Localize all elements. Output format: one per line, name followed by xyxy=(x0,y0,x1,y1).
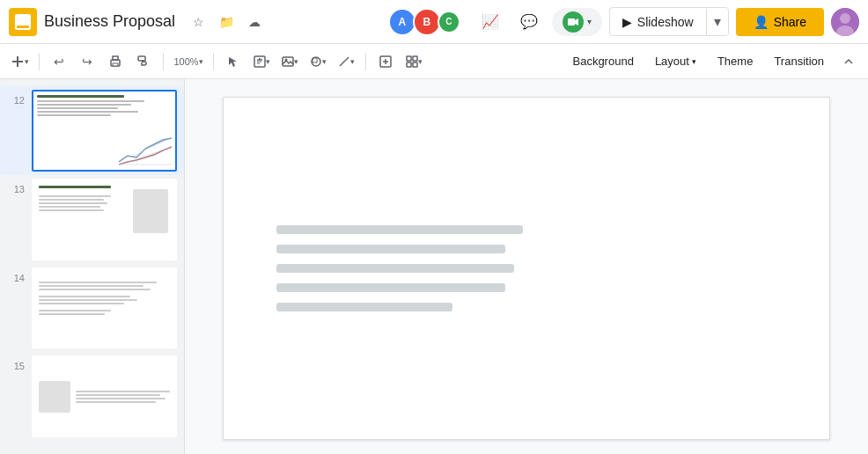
text-tool-button[interactable]: ▾ xyxy=(249,49,274,74)
slide-item-14[interactable]: 14 xyxy=(0,264,184,353)
theme-button[interactable]: Theme xyxy=(709,51,761,71)
slide-options: Background Layout ▾ Theme Transition xyxy=(563,51,833,71)
layout-view-button[interactable]: ▾ xyxy=(401,49,426,74)
insert-slide-button[interactable] xyxy=(373,49,398,74)
image-icon xyxy=(282,55,294,68)
user-avatar[interactable] xyxy=(831,8,859,36)
slide-thumb-15[interactable] xyxy=(32,355,177,437)
meet-chevron: ▾ xyxy=(587,17,592,26)
image-tool-button[interactable]: ▾ xyxy=(277,49,302,74)
print-button[interactable] xyxy=(103,49,128,74)
toolbar-sep-2 xyxy=(163,53,164,70)
share-button[interactable]: 👤 Share xyxy=(736,8,824,36)
app-icon-inner xyxy=(15,14,31,30)
trend-button[interactable]: 📈 xyxy=(474,6,506,38)
slide-item-13[interactable]: 13 xyxy=(0,175,184,264)
avatar-3[interactable]: C xyxy=(438,11,460,33)
svg-rect-29 xyxy=(413,62,417,67)
thumb-box-13 xyxy=(133,189,168,233)
thumb-content-15 xyxy=(33,357,175,436)
chevron-up-icon xyxy=(842,55,855,68)
main-layout: 12 xyxy=(0,79,868,454)
thumb-chart-12: _ _ _ xyxy=(119,131,172,166)
svg-marker-1 xyxy=(575,18,578,26)
video-icon xyxy=(567,16,579,28)
svg-rect-0 xyxy=(568,18,575,26)
layout-button[interactable]: Layout ▾ xyxy=(646,51,705,71)
text-chevron-icon: ▾ xyxy=(266,57,270,66)
grid-icon xyxy=(406,55,418,68)
paint-format-button[interactable] xyxy=(131,49,156,74)
slideshow-dropdown-button[interactable]: ▾ xyxy=(707,8,728,35)
canvas-area[interactable] xyxy=(185,79,868,454)
svg-rect-6 xyxy=(12,61,23,62)
slide-item-12[interactable]: 12 xyxy=(0,86,184,175)
svg-rect-28 xyxy=(407,62,411,67)
slide-item-15[interactable]: 15 xyxy=(0,352,184,441)
toolbar-sep-3 xyxy=(213,53,214,70)
shape-tool-button[interactable]: ▾ xyxy=(305,49,330,74)
line-icon xyxy=(338,55,350,68)
svg-point-3 xyxy=(840,13,850,24)
canvas-line-5 xyxy=(276,303,452,311)
svg-rect-8 xyxy=(113,56,118,60)
slide-thumb-14[interactable] xyxy=(32,267,177,349)
header: Business Proposal ☆ 📁 ☁ A B C 📈 💬 ▾ ▶ Sl… xyxy=(0,0,868,44)
cursor-tool-button[interactable] xyxy=(221,49,246,74)
print-icon xyxy=(109,55,121,68)
slideshow-button[interactable]: ▶ Slideshow xyxy=(610,10,706,34)
comment-button[interactable]: 💬 xyxy=(513,6,545,38)
insert-slide-icon xyxy=(379,55,392,68)
transition-button[interactable]: Transition xyxy=(765,51,833,71)
toolbar-sep-4 xyxy=(365,53,366,70)
star-icon[interactable]: ☆ xyxy=(186,10,210,34)
background-button[interactable]: Background xyxy=(563,51,642,71)
doc-title[interactable]: Business Proposal xyxy=(44,12,175,31)
canvas-line-4 xyxy=(276,283,505,292)
slide-number-12: 12 xyxy=(7,90,25,106)
zoom-button[interactable]: 100% ▾ xyxy=(171,49,206,74)
image-chevron-icon: ▾ xyxy=(294,57,298,66)
canvas-line-1 xyxy=(276,225,523,234)
line-tool-button[interactable]: ▾ xyxy=(334,49,358,74)
slide-number-15: 15 xyxy=(7,355,25,371)
svg-rect-27 xyxy=(413,56,417,61)
layout-view-chevron-icon: ▾ xyxy=(418,57,423,66)
shape-chevron-icon: ▾ xyxy=(322,57,327,66)
folder-icon[interactable]: 📁 xyxy=(214,10,239,34)
undo-button[interactable]: ↩ xyxy=(47,49,71,74)
meet-button[interactable]: ▾ xyxy=(552,8,602,36)
slide-number-13: 13 xyxy=(7,179,25,194)
slideshow-label: Slideshow xyxy=(637,15,694,29)
share-icon: 👤 xyxy=(754,15,769,29)
slide-thumb-13[interactable] xyxy=(32,179,177,260)
cloud-icon[interactable]: ☁ xyxy=(242,10,267,34)
svg-rect-26 xyxy=(407,56,411,61)
thumb-content-13 xyxy=(33,180,175,259)
collapse-toolbar-button[interactable] xyxy=(836,49,861,74)
thumb-content-14 xyxy=(33,269,175,348)
slide-number-14: 14 xyxy=(7,267,25,283)
layout-chevron-icon: ▾ xyxy=(692,57,696,66)
canvas-line-3 xyxy=(276,264,514,273)
slide-panel[interactable]: 12 xyxy=(0,79,185,454)
thumb-lines-15 xyxy=(76,391,170,403)
add-slide-button[interactable]: ▾ xyxy=(7,49,32,74)
redo-button[interactable]: ↪ xyxy=(75,49,99,74)
slideshow-button-group: ▶ Slideshow ▾ xyxy=(609,7,729,36)
cursor-icon xyxy=(227,55,239,68)
line-chevron-icon: ▾ xyxy=(350,57,355,66)
slide-canvas[interactable] xyxy=(223,97,830,440)
app-icon[interactable] xyxy=(9,8,37,36)
zoom-chevron-icon: ▾ xyxy=(199,57,203,66)
user-photo xyxy=(831,8,859,36)
slideshow-icon: ▶ xyxy=(622,15,632,29)
chevron-down-icon: ▾ xyxy=(714,13,721,30)
share-label: Share xyxy=(774,15,806,29)
paint-icon xyxy=(137,55,150,68)
header-icons: ☆ 📁 ☁ xyxy=(186,10,267,34)
add-icon xyxy=(11,55,25,69)
text-box-icon xyxy=(254,55,266,68)
shape-icon xyxy=(310,55,322,68)
slide-thumb-12[interactable]: _ _ _ xyxy=(32,90,177,172)
